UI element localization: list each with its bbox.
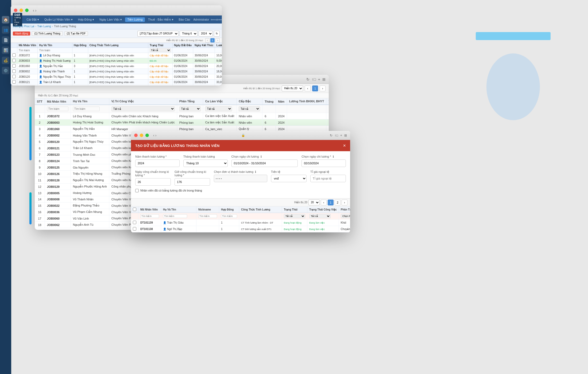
prev-page-main[interactable]: ‹ <box>305 85 311 91</box>
inner-row-id[interactable]: DT101137 <box>138 232 161 233</box>
checkbox-da-chi[interactable] <box>135 189 139 192</box>
main-row-id[interactable]: JOB0128 <box>45 177 71 184</box>
bg-row-id[interactable]: JOB0120 <box>17 74 38 80</box>
main-row-id[interactable]: JOB0002 <box>45 132 71 139</box>
add-icon[interactable]: + <box>318 77 320 81</box>
modal-display-select[interactable]: 20 <box>308 200 320 205</box>
row-check-bg[interactable] <box>12 64 16 68</box>
main-row-id[interactable]: JOB0003 <box>45 119 71 126</box>
modal-close-traffic[interactable] <box>134 134 138 137</box>
sidebar-icon-people[interactable]: 👥 <box>2 26 9 34</box>
search-hopdong-inner[interactable] <box>221 214 237 218</box>
main-row-id[interactable]: JOB0120 <box>45 139 71 145</box>
position-filter-main[interactable]: Tất cả <box>111 106 175 111</box>
modal-reload-icon[interactable]: ↻ <box>330 134 332 137</box>
select-thang-thanh-toan[interactable]: Tháng 10 <box>183 159 228 167</box>
search-nick-inner[interactable] <box>198 214 217 218</box>
check-all[interactable] <box>133 208 136 211</box>
modal-page2[interactable]: 2 <box>335 200 341 205</box>
main-row-id[interactable]: JOB1060 <box>45 126 71 132</box>
search-id-inner[interactable] <box>140 214 159 218</box>
row-check-bg[interactable] <box>12 69 16 73</box>
main-row-id[interactable]: JOB0060 <box>45 215 71 222</box>
main-row-id[interactable]: JOB0124 <box>45 158 71 164</box>
row-check-bg[interactable] <box>12 75 16 78</box>
modal-add-icon[interactable]: + <box>340 134 342 137</box>
modal-close-button[interactable]: × <box>343 143 346 148</box>
grid-icon[interactable]: ⊞ <box>322 77 326 81</box>
inner-row-check[interactable] <box>131 220 138 226</box>
search-status-inner[interactable]: Tất cả <box>284 214 305 218</box>
modal-grid-icon[interactable]: ⊞ <box>344 134 347 137</box>
main-row-id[interactable]: JOB0121 <box>45 145 71 151</box>
breadcrumb-part2[interactable]: Tiền Lương <box>37 25 51 28</box>
company-filter[interactable]: [JTG] Tập đoàn JT GROUP <box>137 31 179 37</box>
input-ngay-cong-chuan[interactable] <box>135 178 171 186</box>
month-filter[interactable]: Tháng 6 <box>180 31 198 37</box>
input-gio-cong-chuan[interactable] <box>175 178 210 186</box>
module-tab-1[interactable]: (1) Tính Lương Tháng <box>32 31 63 36</box>
modal-maximize-traffic[interactable] <box>145 134 149 137</box>
page1-bg[interactable]: 1 <box>210 38 215 42</box>
tang-filter-main[interactable]: Tất cả <box>179 106 201 111</box>
search-status-cv-inner[interactable]: Tất cả <box>309 214 331 218</box>
main-row-id[interactable]: JOB0008 <box>45 196 71 202</box>
close-traffic-light[interactable] <box>14 9 17 12</box>
reload-button[interactable]: ↻ <box>214 31 220 37</box>
inner-row-check[interactable] <box>131 226 138 232</box>
nav-tab-salary[interactable]: Tiền Lương <box>125 17 145 22</box>
row-check-bg[interactable] <box>12 80 16 84</box>
main-row-id[interactable]: JOB1072 <box>45 113 71 119</box>
inner-row-check[interactable] <box>131 232 138 233</box>
main-row-id[interactable]: JOB0125 <box>45 164 71 171</box>
window-nav-arrows[interactable]: ‹ › <box>33 8 36 13</box>
ca-filter-main[interactable]: Tất cả <box>205 106 232 111</box>
input-ti-gia[interactable] <box>310 175 346 182</box>
search-name-main[interactable] <box>73 107 100 111</box>
sidebar-icon-money[interactable]: 💰 <box>2 57 9 64</box>
sidebar-icon-chart[interactable]: 📊 <box>2 46 9 54</box>
nav-tab-settings[interactable]: Cài Đặt ▾ <box>24 17 41 22</box>
main-row-id[interactable]: JOB0126 <box>45 171 71 177</box>
bg-row-id[interactable]: JOB0003 <box>17 58 38 64</box>
inner-row-id[interactable]: DT101138 <box>138 226 161 232</box>
minimize-traffic-light[interactable] <box>20 9 23 12</box>
input-ngay-ki[interactable] <box>231 159 298 167</box>
maximize-traffic-light[interactable] <box>25 9 29 12</box>
main-row-id[interactable]: JOB0036 <box>45 209 71 215</box>
page1-main[interactable]: 1 <box>312 85 318 91</box>
bg-row-id[interactable]: JOB1060 <box>17 64 38 69</box>
main-row-id[interactable]: JOB0129 <box>45 184 71 190</box>
search-tang-inner[interactable]: Chọn Phân T... <box>341 214 350 218</box>
nav-tab-tax[interactable]: Thuế - Bảo Hiểm ▾ <box>146 17 176 22</box>
status-filter-bg[interactable]: Tất cả <box>150 48 171 52</box>
input-nam-thanh-toan[interactable] <box>135 159 180 167</box>
search-id-main[interactable] <box>47 107 68 111</box>
nav-tab-workdays[interactable]: Ngày Làm Việc ▾ <box>97 17 124 22</box>
display-count-select[interactable]: Hiển thị 20 <box>282 85 303 91</box>
bg-row-id[interactable]: JOB0002 <box>17 69 38 74</box>
inner-row-id[interactable]: DT101139 <box>138 220 161 226</box>
reload-icon[interactable]: ↻ <box>306 77 310 81</box>
modal-prev-page[interactable]: ‹ <box>321 200 327 205</box>
next-page-bg[interactable]: › <box>215 38 220 42</box>
bg-row-id[interactable]: JOB0123 <box>17 85 38 86</box>
nav-tab-contracts[interactable]: Hợp Đồng ▾ <box>76 17 96 22</box>
cap-filter-main[interactable]: Tất cả <box>239 106 260 111</box>
sidebar-icon-doc[interactable]: 📄 <box>2 36 9 44</box>
modal-page1[interactable]: 1 <box>328 200 334 205</box>
prev-page-bg[interactable]: ‹ <box>205 38 210 42</box>
search-id-bg[interactable] <box>19 49 36 52</box>
search-name-bg[interactable] <box>39 49 71 52</box>
bg-row-id[interactable]: JOB1072 <box>17 53 38 58</box>
sidebar-icon-settings[interactable]: ⚙️ <box>2 67 9 74</box>
search-name-inner[interactable] <box>163 214 187 218</box>
breadcrumb-part1[interactable]: Lương & Phúc Lợi <box>13 25 34 28</box>
row-check-bg[interactable] <box>12 59 16 62</box>
select-tien-te[interactable]: vnđ <box>271 175 307 182</box>
main-row-id[interactable]: JOB0062 <box>45 222 71 228</box>
bg-row-id[interactable]: JOB0121 <box>17 80 38 85</box>
main-row-id[interactable]: JOB0005 <box>45 190 71 196</box>
nav-tab-reports[interactable]: Báo Cáo <box>177 17 192 22</box>
module-tab-2[interactable]: (2) Tạo file PDF <box>64 31 88 36</box>
